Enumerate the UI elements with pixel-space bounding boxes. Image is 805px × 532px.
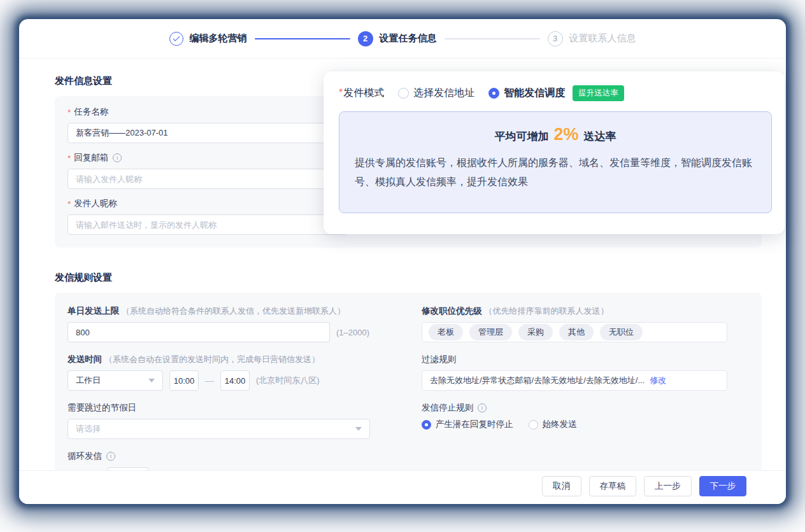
send-time-label: 发送时间 （系统会自动在设置的发送时间内，完成每日营销信发送） — [68, 354, 386, 365]
time-range-dash: — — [205, 375, 214, 386]
position-priority-tags: 老板 管理层 采购 其他 无职位 — [422, 322, 727, 342]
highlight-title: 平均可增加 2% 送达率 — [355, 125, 756, 144]
send-rules-panel: 单日发送上限 （系统自动给符合条件的联系人发信，优先发送新增联系人） (1–20… — [55, 293, 762, 500]
rules-left-column: 单日发送上限 （系统自动给符合条件的联系人发信，优先发送新增联系人） (1–20… — [68, 305, 386, 487]
step-connector-pending — [445, 38, 540, 39]
start-time-input[interactable] — [169, 370, 199, 391]
send-mode-label: *发件模式 — [339, 87, 384, 100]
radio-checked-icon — [488, 88, 499, 99]
step-number-pending: 3 — [548, 31, 563, 46]
chevron-down-icon — [355, 427, 362, 431]
stepper: 编辑多轮营销 2 设置任务信息 3 设置联系人信息 — [19, 19, 786, 59]
day-type-select[interactable]: 工作日 — [68, 370, 163, 391]
next-step-button[interactable]: 下一步 — [699, 476, 747, 496]
required-asterisk: * — [68, 153, 71, 163]
daily-limit-input[interactable] — [68, 322, 330, 342]
priority-tag[interactable]: 老板 — [429, 324, 463, 340]
step-contact-info[interactable]: 3 设置联系人信息 — [548, 31, 636, 46]
required-asterisk: * — [68, 199, 71, 209]
send-mode-popup: *发件模式 选择发信地址 智能发信调度 提升送达率 平均可增加 2% 送达率 提… — [324, 71, 785, 234]
stop-rule-label: 发信停止规则 i — [422, 402, 749, 414]
previous-step-button[interactable]: 上一步 — [644, 476, 692, 496]
sender-nickname-input[interactable] — [68, 214, 348, 235]
filter-rule-value: 去除无效地址/异常状态邮箱/去除无效地址/去除无效地址/... — [430, 375, 645, 386]
rules-right-column: 修改职位优先级 （优先给排序靠前的联系人发送） 老板 管理层 采购 其他 无职位… — [422, 305, 749, 487]
required-asterisk: * — [68, 108, 71, 117]
step-edit-campaign[interactable]: 编辑多轮营销 — [169, 32, 247, 46]
task-name-input[interactable] — [68, 123, 348, 143]
stop-rule-row: 产生潜在回复时停止 始终发送 — [422, 419, 749, 430]
stop-rule-radio-always-send[interactable]: 始终发送 — [529, 419, 577, 430]
chevron-down-icon — [148, 379, 155, 382]
step-number-active: 2 — [358, 31, 373, 46]
delivery-boost-badge: 提升送达率 — [573, 85, 624, 101]
step-connector-done — [255, 38, 350, 39]
send-mode-radio-smart[interactable]: 智能发信调度 — [488, 87, 565, 100]
priority-tag[interactable]: 无职位 — [600, 324, 643, 340]
send-rules-title: 发信规则设置 — [55, 272, 762, 284]
cancel-button[interactable]: 取消 — [542, 476, 581, 496]
priority-tag[interactable]: 采购 — [518, 324, 553, 340]
loop-send-label: 循环发信 i — [68, 451, 386, 462]
radio-unchecked-icon — [529, 420, 538, 430]
step-label: 编辑多轮营销 — [190, 32, 247, 45]
info-icon[interactable]: i — [113, 153, 122, 162]
end-time-input[interactable] — [220, 370, 250, 391]
smart-dispatch-highlight: 平均可增加 2% 送达率 提供专属的发信账号，根据收件人所属的服务器、域名、发信… — [339, 111, 772, 213]
filter-rule-edit-link[interactable]: 修改 — [650, 375, 666, 386]
filter-rule-box: 去除无效地址/异常状态邮箱/去除无效地址/去除无效地址/... 修改 — [422, 370, 727, 391]
save-draft-button[interactable]: 存草稿 — [589, 476, 637, 496]
daily-limit-row: (1–2000) — [68, 322, 386, 342]
step-label: 设置联系人信息 — [569, 32, 636, 45]
send-mode-row: *发件模式 选择发信地址 智能发信调度 提升送达率 — [339, 85, 772, 101]
step-task-info[interactable]: 2 设置任务信息 — [358, 31, 437, 46]
check-circle-icon — [169, 32, 183, 46]
info-icon[interactable]: i — [106, 452, 115, 461]
send-time-row: 工作日 — (北京时间东八区) — [68, 370, 386, 391]
send-mode-radio-address[interactable]: 选择发信地址 — [398, 87, 474, 100]
skip-holiday-select[interactable]: 请选择 — [68, 419, 370, 439]
stop-rule-radio-stop-on-reply[interactable]: 产生潜在回复时停止 — [422, 419, 513, 430]
priority-tag[interactable]: 其他 — [559, 324, 594, 340]
footer-bar: 取消 存草稿 上一步 下一步 — [19, 470, 786, 504]
priority-tag[interactable]: 管理层 — [469, 324, 512, 340]
reply-email-input[interactable] — [68, 169, 348, 189]
position-priority-label: 修改职位优先级 （优先给排序靠前的联系人发送） — [422, 305, 749, 317]
main-card: 编辑多轮营销 2 设置任务信息 3 设置联系人信息 发件信息设置 *任务名称 *… — [19, 19, 786, 504]
step-label: 设置任务信息 — [380, 32, 437, 45]
timezone-note: (北京时间东八区) — [256, 375, 320, 386]
radio-checked-icon — [422, 420, 431, 430]
skip-holiday-label: 需要跳过的节假日 — [68, 402, 386, 414]
daily-limit-label: 单日发送上限 （系统自动给符合条件的联系人发信，优先发送新增联系人） — [68, 305, 386, 317]
daily-limit-range: (1–2000) — [336, 328, 369, 337]
info-icon[interactable]: i — [478, 403, 487, 412]
filter-rule-label: 过滤规则 — [422, 354, 749, 365]
radio-unchecked-icon — [398, 88, 409, 99]
percent-value: 2% — [553, 125, 578, 144]
highlight-description: 提供专属的发信账号，根据收件人所属的服务器、域名、发信量等维度，智能调度发信账号… — [355, 153, 756, 191]
